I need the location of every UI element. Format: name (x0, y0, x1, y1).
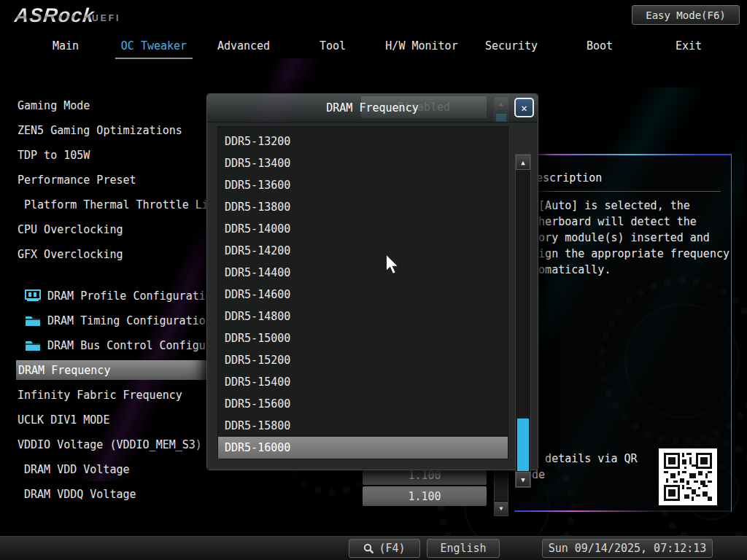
dialog-title: DRAM Frequency (326, 101, 418, 114)
scroll-down-icon[interactable]: ▼ (516, 472, 530, 487)
dropdown-option[interactable]: DDR5-15600 (218, 393, 508, 415)
nav-bar: Main OC Tweaker Advanced Tool H/W Monito… (0, 33, 747, 62)
dropdown-option[interactable]: DDR5-14400 (218, 262, 508, 284)
dropdown-option-selected[interactable]: DDR5-16000 (218, 437, 508, 459)
language-button[interactable]: English (427, 539, 500, 558)
description-text: If [Auto] is selected, the motherboard w… (519, 198, 732, 278)
qr-code (659, 448, 717, 505)
dropdown-option[interactable]: DDR5-15200 (218, 349, 508, 371)
dropdown-option[interactable]: DDR5-15000 (218, 327, 508, 349)
description-panel: Description If [Auto] is selected, the m… (514, 154, 732, 512)
dropdown-option[interactable]: DDR5-14600 (218, 284, 508, 306)
datetime-display: Sun 09/14/2025, 07:12:13 (542, 539, 713, 558)
uefi-label: UEFI (92, 13, 120, 23)
tab-main[interactable]: Main (47, 39, 85, 58)
tab-exit[interactable]: Exit (670, 39, 708, 58)
dropdown-option[interactable]: DDR5-15400 (218, 371, 508, 393)
dialog-body: DDR5-13200 DDR5-13400 DDR5-13600 DDR5-13… (207, 122, 538, 470)
tab-tool[interactable]: Tool (314, 39, 352, 58)
dropdown-option[interactable]: DDR5-14200 (218, 240, 508, 262)
dropdown-option[interactable]: DDR5-13800 (218, 196, 508, 218)
dialog-scrollbar-thumb[interactable] (517, 419, 529, 471)
dialog-scrollbar[interactable]: ▲ ▼ (515, 154, 531, 488)
close-icon: ✕ (521, 103, 527, 113)
status-bar: (F4) English Sun 09/14/2025, 07:12:13 (0, 536, 747, 560)
scroll-up-icon[interactable]: ▲ (516, 155, 530, 170)
easy-mode-button[interactable]: Easy Mode(F6) (632, 5, 740, 25)
dropdown-option[interactable]: DDR5-15800 (218, 415, 508, 437)
search-button[interactable]: (F4) (349, 539, 420, 558)
dram-frequency-dialog: DRAM Frequency ✕ DDR5-13200 DDR5-13400 D… (206, 93, 538, 470)
tab-hw-monitor[interactable]: H/W Monitor (379, 39, 463, 58)
sidebar-item-dram-frequency[interactable]: DRAM Frequency (16, 360, 215, 380)
dropdown-option[interactable]: DDR5-14800 (218, 306, 508, 327)
panel-border-bottom (514, 510, 731, 512)
dialog-title-bar: DRAM Frequency (207, 94, 538, 122)
tab-security[interactable]: Security (479, 39, 543, 58)
sidebar-item-dram-vddq-voltage[interactable]: DRAM VDDQ Voltage (0, 484, 248, 504)
folder-icon (25, 340, 41, 351)
panel-border-top (514, 154, 731, 155)
tab-advanced[interactable]: Advanced (212, 39, 276, 58)
description-divider (530, 191, 721, 192)
dropdown-option[interactable]: DDR5-13400 (218, 152, 508, 174)
search-icon (363, 543, 374, 554)
dropdown-option[interactable]: DDR5-13200 (218, 131, 508, 152)
dram-vddq-voltage-value[interactable]: 1.100 (363, 486, 487, 506)
description-title: Description (530, 171, 602, 184)
search-hotkey-label: (F4) (379, 542, 405, 555)
frequency-option-list: DDR5-13200 DDR5-13400 DDR5-13600 DDR5-13… (217, 126, 508, 459)
dropdown-option[interactable]: DDR5-14000 (218, 218, 508, 240)
folder-icon (25, 315, 41, 327)
ram-icon (25, 289, 41, 302)
tab-oc-tweaker[interactable]: OC Tweaker (115, 39, 193, 59)
qr-caption: Get details via QR code (519, 451, 654, 483)
close-button[interactable]: ✕ (514, 98, 534, 117)
tab-boot[interactable]: Boot (581, 39, 619, 58)
asrock-logo: ASRock (13, 4, 96, 27)
dropdown-option[interactable]: DDR5-13600 (218, 174, 508, 196)
scroll-down-icon[interactable]: ▼ (495, 501, 508, 516)
